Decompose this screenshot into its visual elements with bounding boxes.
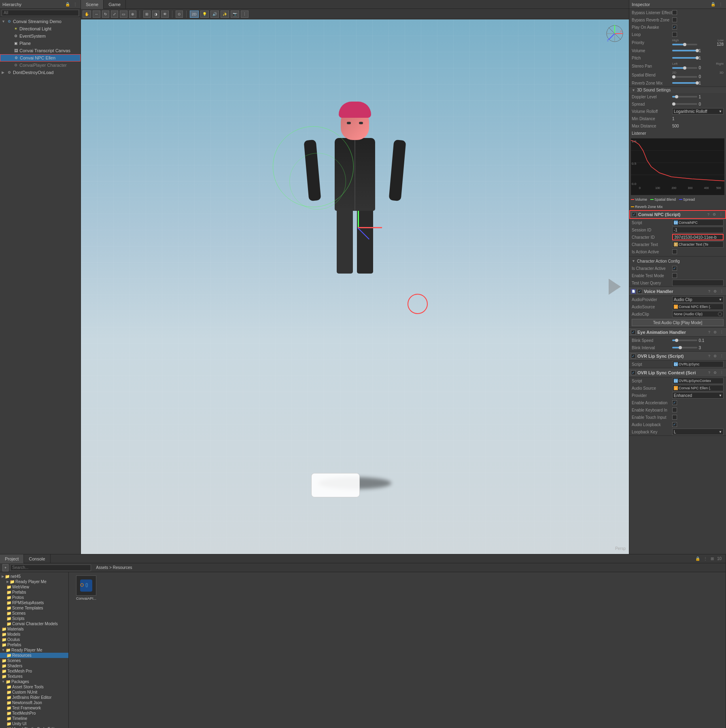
tree-models[interactable]: 📁 Models [0,632,68,637]
voice-handler-question-icon[interactable]: ? [707,289,711,294]
loopback-key-dropdown[interactable]: L ▼ [672,429,724,435]
tree-scenes[interactable]: 📁 Scenes [0,658,68,663]
rotate-tool-btn[interactable]: ↻ [102,11,109,18]
tree-prefabs[interactable]: 📁 Prefabs [0,642,68,647]
ovr-lip-sync-menu-icon[interactable]: ⋮ [719,354,724,359]
spatial-track[interactable] [672,76,697,78]
tree-vs-code[interactable]: 📁 Visual Studio Code Editor [0,726,68,728]
hierarchy-lock-icon[interactable]: 🔒 [64,2,71,7]
shading-btn[interactable]: ◑ [152,11,159,18]
priority-track[interactable] [672,44,697,45]
convai-npc-question-icon[interactable]: ? [707,212,710,217]
is-char-active-check[interactable]: ✓ [672,266,677,271]
tree-protos[interactable]: 📁 Protos [0,595,68,600]
spatial-thumb[interactable] [672,75,675,79]
reverb-thumb[interactable] [696,81,699,85]
tree-scenes-nested[interactable]: 📁 Scenes [0,611,68,616]
voice-handler-check[interactable]: ✓ [637,289,642,294]
tree-convai-models[interactable]: 📁 Convai Character Models [0,621,68,626]
tree-unity-ui[interactable]: 📁 Unity UI [0,721,68,726]
test-audio-btn[interactable]: Test Audio Clip [Play Mode] [632,319,724,326]
hier-item-plane[interactable]: ▣ Plane [0,40,81,47]
ovr-context-check[interactable]: ✓ [631,370,636,375]
script-ref[interactable]: C# ConvaiNPC [672,219,724,226]
volume-track[interactable] [672,50,697,51]
loop-check[interactable] [672,32,677,37]
convai-npc-enable-check[interactable]: ✓ [632,212,637,217]
view-options-btn[interactable]: 👁 [161,11,169,18]
inspector-menu-icon[interactable]: ⋮ [718,2,724,7]
eye-anim-gear-icon[interactable]: ⚙ [713,330,718,335]
ctx-audio-source-ref[interactable]: ♪ Convai NPC Ellen (. [672,385,724,391]
stereo-thumb[interactable] [683,66,686,70]
is-action-active-check[interactable] [672,249,677,254]
tree-packages[interactable]: ▼ 📁 Packages [0,679,68,684]
tree-newtonsoft[interactable]: 📁 Newtonsoft Json [0,700,68,705]
2d-btn[interactable]: 2D [190,11,199,18]
tree-scene-templates[interactable]: 📁 Scene Templates [0,605,68,611]
audio-provider-dropdown[interactable]: Audio Clip ▼ [672,296,724,303]
priority-thumb[interactable] [683,43,686,46]
tree-test-framework[interactable]: 📁 Test Framework [0,705,68,711]
pitch-track[interactable] [672,57,697,59]
tree-prefabs-nested[interactable]: 📁 Prefabs [0,590,68,595]
tree-asset-store[interactable]: 📁 Asset Store Tools [0,684,68,690]
proj-lock-icon[interactable]: 🔒 [694,556,701,561]
tree-shaders[interactable]: 📁 Shaders [0,663,68,669]
enable-accel-check[interactable]: ✓ [672,400,677,405]
ovr-lip-sync-check[interactable]: ✓ [631,354,636,359]
doppler-thumb[interactable] [675,95,678,98]
blink-speed-track[interactable] [672,340,697,341]
audio-loopback-check[interactable]: ✓ [672,422,677,427]
light-btn[interactable]: 💡 [200,11,209,18]
blink-interval-thumb[interactable] [679,346,682,349]
tree-webview[interactable]: 📁 WebView [0,584,68,590]
project-search[interactable] [10,565,91,571]
doppler-track[interactable] [672,96,697,98]
proj-menu-icon[interactable]: ⋮ [703,556,708,561]
ovr-context-question-icon[interactable]: ? [707,370,711,375]
tree-scripts[interactable]: 📁 Scripts [0,616,68,621]
hier-item-convai-streaming-demo[interactable]: ▼ ⚙ Convai Streaming Demo [0,18,81,25]
asset-convai-api[interactable]: ⬡ {} ConvaiAPI... [72,575,100,601]
audio-clip-ref[interactable]: None (Audio Clip) [672,311,724,317]
volume-thumb[interactable] [696,49,699,52]
scene-extras-btn[interactable]: ⋮ [241,11,248,18]
hierarchy-search[interactable] [2,10,79,16]
tree-timeline[interactable]: 📁 Timeline [0,716,68,721]
scene-view[interactable]: X Y Z Persp [81,19,629,554]
tree-net45[interactable]: ▶ 📁 net45 [0,574,68,579]
tab-project[interactable]: Project [0,554,24,563]
tab-game[interactable]: Game [104,0,126,9]
ovr-lip-sync-question-icon[interactable]: ? [707,354,711,359]
spread-track[interactable] [672,103,697,105]
ovr-context-gear-icon[interactable]: ⚙ [713,370,718,375]
tree-oculus[interactable]: 📁 Oculus [0,637,68,642]
bypass-reverb-check[interactable] [672,17,677,22]
tree-rpmsetup[interactable]: 📁 RPMSetupAssets [0,600,68,605]
hand-tool-btn[interactable]: ✋ [83,11,91,18]
tree-ready-player-me[interactable]: ▶ 📁 Ready Player Me [0,579,68,584]
tree-ready-player-me-root[interactable]: ▼ 📁 Ready Player Me [0,647,68,653]
convai-npc-gear-icon[interactable]: ⚙ [712,212,717,217]
tree-jetbrains[interactable]: 📁 JetBrains Rider Editor [0,695,68,700]
proj-extra2[interactable]: 10 [716,556,722,561]
hier-item-convai-npc[interactable]: ⚙ Convai NPC Ellen [0,54,81,62]
blink-speed-thumb[interactable] [675,339,678,342]
char-action-config-toggle[interactable]: ▼ [632,259,635,263]
spread-thumb[interactable] [672,102,675,106]
voice-handler-menu-icon[interactable]: ⋮ [719,289,724,294]
eye-anim-question-icon[interactable]: ? [707,330,711,335]
proj-extra1[interactable]: ⊞ [710,556,715,561]
scale-tool-btn[interactable]: ⤢ [111,11,118,18]
camera-btn[interactable]: 📷 [231,11,239,18]
test-user-query-input[interactable] [672,280,724,286]
tree-resources[interactable]: 📁 Resources [0,653,68,658]
hier-item-event-system[interactable]: ⚙ EventSystem [0,32,81,40]
volume-rolloff-dropdown[interactable]: Logarithmic Rolloff ▼ [672,108,724,115]
stereo-track[interactable] [672,67,697,69]
move-tool-btn[interactable]: ↔ [93,11,100,18]
hier-item-convai-player[interactable]: ⚙ ConvaiPlayer Character [0,62,81,69]
tree-textmeshpro-pkg[interactable]: 📁 TextMeshPro [0,711,68,716]
ovr-context-menu-icon[interactable]: ⋮ [719,370,724,375]
